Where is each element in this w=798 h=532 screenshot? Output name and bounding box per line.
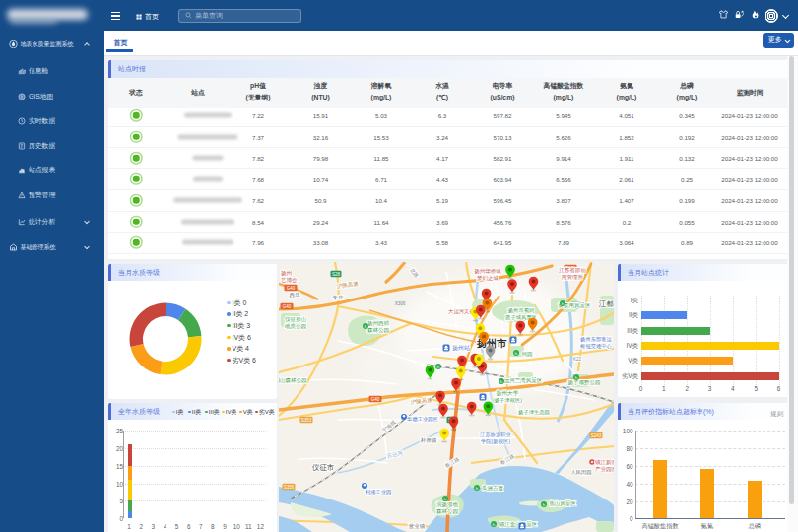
svg-text:学院(新校区): 学院(新校区) (481, 438, 510, 445)
svg-text:仪征市: 仪征市 (312, 463, 335, 472)
svg-text:扬州市蜀冈: 扬州市蜀冈 (508, 307, 534, 314)
svg-text:扬州东部客运: 扬州东部客运 (580, 336, 612, 343)
svg-text:闸管理所: 闸管理所 (562, 274, 584, 281)
svg-text:扬州大学: 扬州大学 (496, 390, 518, 397)
svg-text:S28: S28 (332, 272, 341, 277)
svg-text:G40: G40 (371, 397, 380, 402)
svg-text:梦幻之城: 梦幻之城 (477, 275, 499, 282)
svg-text:扬州: 扬州 (281, 270, 293, 277)
svg-text:朱庄: 朱庄 (333, 295, 345, 300)
svg-text:G40: G40 (283, 304, 292, 309)
svg-text:地质公园: 地质公园 (284, 323, 306, 330)
svg-text:K22: K22 (573, 357, 582, 362)
svg-text:华糖工业园区: 华糖工业园区 (407, 416, 438, 423)
svg-text:枢纽交通中心: 枢纽交通中心 (580, 343, 612, 349)
svg-text:扬子津生态园: 扬子津生态园 (518, 409, 550, 416)
svg-text:S353: S353 (301, 418, 312, 423)
svg-text:艺博会: 艺博会 (281, 277, 298, 284)
svg-text:润扬湿地: 润扬湿地 (436, 501, 459, 508)
svg-text:江苏省邵仙: 江苏省邵仙 (559, 267, 586, 274)
svg-text:扬州西郊: 扬州西郊 (367, 320, 390, 327)
svg-text:S243: S243 (591, 433, 602, 438)
svg-text:西庄: 西庄 (290, 292, 301, 299)
svg-text:运河三湾风景区: 运河三湾风景区 (504, 377, 543, 384)
svg-text:营业镇: 营业镇 (409, 523, 426, 530)
svg-text:利涵工业园: 利涵工业园 (366, 489, 391, 496)
svg-text:产业园区: 产业园区 (595, 466, 614, 473)
svg-text:焦山风景区: 焦山风景区 (549, 500, 576, 506)
svg-text:镇江新区: 镇江新区 (595, 459, 614, 466)
svg-text:扬州华侨城: 扬州华侨城 (474, 268, 501, 275)
svg-text:X306: X306 (395, 301, 406, 306)
svg-text:镇江金山风景区: 镇江金山风景区 (499, 521, 538, 528)
svg-text:森林公园: 森林公园 (436, 508, 458, 515)
svg-text:铜山森林公园: 铜山森林公园 (279, 377, 307, 384)
svg-text:江都区: 江都区 (599, 299, 614, 308)
svg-text:仪征捺山: 仪征捺山 (285, 316, 306, 323)
svg-text:S356: S356 (284, 485, 295, 490)
svg-text:森林公园: 森林公园 (367, 327, 389, 334)
svg-text:(扬子津校区): (扬子津校区) (493, 397, 522, 404)
svg-text:瓜洲古渡: 瓜洲古渡 (482, 485, 504, 492)
svg-text:朴席镇: 朴席镇 (420, 437, 437, 443)
svg-text:人民田园: 人民田园 (570, 469, 591, 476)
svg-text:何园: 何园 (522, 351, 533, 358)
svg-text:扬子颈野公园: 扬子颈野公园 (568, 379, 601, 386)
svg-text:G40: G40 (287, 286, 296, 291)
svg-text:江苏旅游职业: 江苏旅游职业 (480, 432, 511, 438)
svg-text:扬州站: 扬州站 (452, 345, 470, 352)
